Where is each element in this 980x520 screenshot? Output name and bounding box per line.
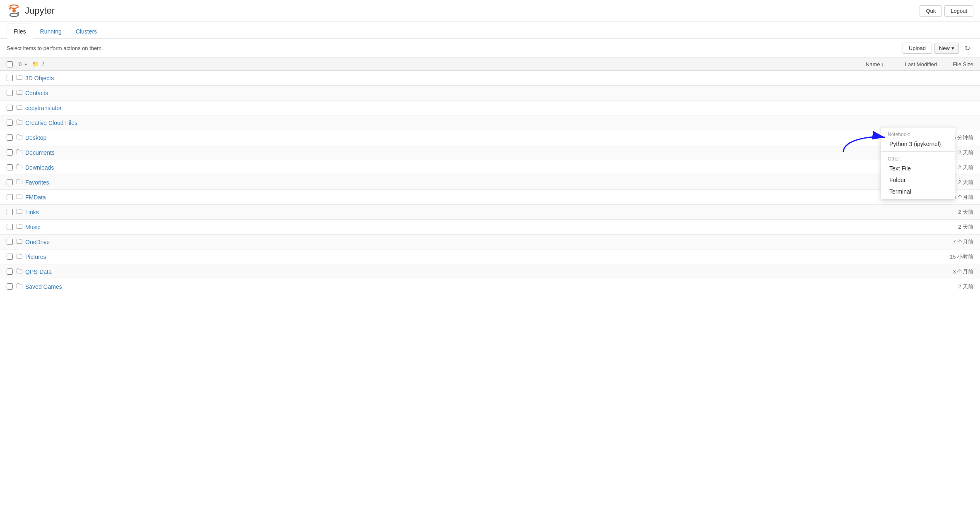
refresh-button[interactable]: ↻ <box>961 42 973 54</box>
folder-icon <box>16 134 23 141</box>
list-item: Desktop 5 分钟前 <box>0 130 980 145</box>
file-time: 3 个月前 <box>924 268 973 276</box>
folder-icon <box>16 74 23 82</box>
file-name[interactable]: Pictures <box>25 254 924 260</box>
file-name[interactable]: FMData <box>25 194 924 201</box>
file-checkbox[interactable] <box>7 134 13 141</box>
header-buttons: Quit Logout <box>920 5 973 17</box>
new-dropdown-menu: Notebook: Python 3 (ipykernel) Other: Te… <box>881 127 955 199</box>
upload-button[interactable]: Upload <box>903 43 932 54</box>
file-checkbox[interactable] <box>7 149 13 156</box>
selected-count: 0 <box>19 61 22 67</box>
dropdown-item-folder[interactable]: Folder <box>881 174 955 186</box>
folder-icon <box>16 163 23 171</box>
file-time: 2 天前 <box>924 283 973 290</box>
file-name[interactable]: Downloads <box>25 164 924 171</box>
toolbar-info: Select items to perform actions on them. <box>7 45 103 51</box>
file-name[interactable]: OneDrive <box>25 239 924 245</box>
list-item: Creative Cloud Files <box>0 115 980 130</box>
folder-icon <box>16 238 23 246</box>
list-item: Music 2 天前 <box>0 220 980 235</box>
file-checkbox[interactable] <box>7 179 13 185</box>
file-time: 2 天前 <box>924 223 973 231</box>
file-checkbox[interactable] <box>7 105 13 111</box>
file-name[interactable]: Contacts <box>25 90 924 96</box>
folder-icon <box>16 283 23 290</box>
header: Jupyter Quit Logout <box>0 0 980 22</box>
svg-point-1 <box>10 13 18 17</box>
file-name[interactable]: Favorites <box>25 179 924 186</box>
toolbar: Select items to perform actions on them.… <box>0 39 980 58</box>
file-time: 15 小时前 <box>924 253 973 261</box>
tab-files[interactable]: Files <box>7 24 33 39</box>
svg-point-0 <box>10 5 18 8</box>
folder-icon <box>16 193 23 201</box>
list-item: 3D Objects <box>0 71 980 86</box>
dropdown-item-terminal[interactable]: Terminal <box>881 186 955 197</box>
new-button[interactable]: New ▾ <box>934 43 959 54</box>
file-name[interactable]: Music <box>25 224 924 230</box>
file-name[interactable]: Links <box>25 209 924 216</box>
file-time: 2 天前 <box>924 208 973 216</box>
tabs-bar: Files Running Clusters <box>0 24 980 39</box>
file-checkbox[interactable] <box>7 120 13 126</box>
list-item: Favorites 2 天前 <box>0 175 980 190</box>
file-time: 7 个月前 <box>924 238 973 246</box>
select-all-checkbox[interactable] <box>7 61 13 67</box>
folder-icon <box>16 208 23 216</box>
file-checkbox[interactable] <box>7 268 13 275</box>
list-item: Contacts <box>0 86 980 101</box>
file-name[interactable]: Documents <box>25 149 924 156</box>
folder-icon <box>16 268 23 276</box>
sort-icon: ↓ <box>881 61 884 67</box>
folder-icon <box>16 149 23 156</box>
tab-clusters[interactable]: Clusters <box>69 24 104 39</box>
list-item: Saved Games 2 天前 <box>0 279 980 294</box>
last-modified-col: Last Modified <box>887 61 937 67</box>
list-item: Documents 2 天前 <box>0 145 980 160</box>
folder-icon <box>16 119 23 127</box>
file-name[interactable]: Desktop <box>25 134 924 141</box>
file-checkbox[interactable] <box>7 239 13 245</box>
dropdown-item-python3[interactable]: Python 3 (ipykernel) <box>881 138 955 150</box>
list-item: FMData 3 个月前 <box>0 190 980 205</box>
tab-running[interactable]: Running <box>33 24 69 39</box>
logout-button[interactable]: Logout <box>944 5 973 17</box>
list-item: Downloads 2 天前 <box>0 160 980 175</box>
other-section-label: Other: <box>881 153 955 163</box>
toolbar-actions: Upload New ▾ ↻ <box>903 42 973 54</box>
dropdown-divider <box>881 151 955 152</box>
file-name[interactable]: 3D Objects <box>25 75 924 81</box>
svg-point-4 <box>17 12 19 14</box>
list-item: QPS-Data 3 个月前 <box>0 264 980 279</box>
breadcrumb-root[interactable]: / <box>42 61 44 67</box>
file-checkbox[interactable] <box>7 90 13 96</box>
count-dropdown-arrow[interactable]: ▾ <box>25 62 27 67</box>
folder-icon <box>16 178 23 186</box>
folder-icon <box>16 223 23 231</box>
file-checkbox[interactable] <box>7 254 13 260</box>
list-item: copytranslator <box>0 101 980 115</box>
svg-point-2 <box>12 9 16 12</box>
folder-icon <box>16 253 23 261</box>
file-checkbox[interactable] <box>7 194 13 200</box>
file-name[interactable]: QPS-Data <box>25 268 924 275</box>
folder-icon-header: 📁 <box>32 61 39 67</box>
file-name[interactable]: Creative Cloud Files <box>25 120 924 126</box>
dropdown-item-textfile[interactable]: Text File <box>881 163 955 174</box>
file-checkbox[interactable] <box>7 75 13 81</box>
file-checkbox[interactable] <box>7 209 13 215</box>
file-name[interactable]: Saved Games <box>25 283 924 290</box>
file-checkbox[interactable] <box>7 224 13 230</box>
file-checkbox[interactable] <box>7 283 13 290</box>
file-list-header: 0 ▾ 📁 / Name ↓ Last Modified File Size <box>0 58 980 71</box>
quit-button[interactable]: Quit <box>920 5 942 17</box>
logo: Jupyter <box>7 3 55 18</box>
file-list-container: 0 ▾ 📁 / Name ↓ Last Modified File Size 3… <box>0 58 980 294</box>
list-item: OneDrive 7 个月前 <box>0 235 980 249</box>
file-rows: 3D Objects Contacts copytranslator <box>0 71 980 294</box>
name-sort-col[interactable]: Name ↓ <box>866 61 884 67</box>
file-checkbox[interactable] <box>7 164 13 170</box>
folder-icon <box>16 104 23 112</box>
file-name[interactable]: copytranslator <box>25 105 924 111</box>
